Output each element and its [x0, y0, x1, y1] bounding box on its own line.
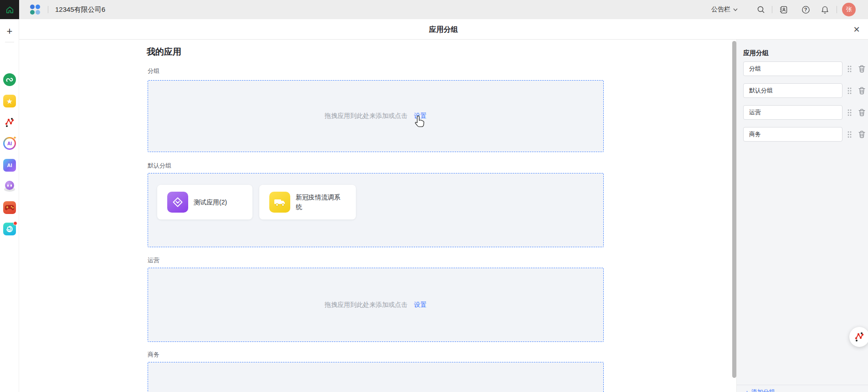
settings-link[interactable]: 设置	[414, 301, 427, 309]
app-card-label: 新冠疫情流调系统	[296, 185, 345, 219]
delete-group-icon[interactable]	[858, 109, 865, 116]
ai-badge-app-icon[interactable]: AI ✦	[3, 137, 16, 150]
group-name-input[interactable]	[743, 105, 842, 120]
group-label: 分组	[148, 67, 159, 75]
drag-handle-icon[interactable]	[847, 131, 852, 138]
divider	[737, 385, 868, 385]
dropzone-hint: 拖拽应用到此处来添加或点击	[325, 112, 408, 120]
vertical-scrollbar[interactable]	[732, 41, 736, 378]
chevron-down-icon	[733, 8, 738, 11]
robot-eye	[7, 184, 9, 187]
truck-app-icon	[269, 192, 290, 213]
ai-text: AI	[7, 163, 12, 168]
search-icon[interactable]	[755, 4, 766, 15]
add-group-button[interactable]: + 添加分组	[745, 388, 775, 392]
page-title: 我的应用	[147, 46, 181, 58]
group-name-input[interactable]	[743, 83, 842, 98]
logo-dot	[30, 5, 35, 9]
divider	[48, 6, 48, 13]
robot-eye	[10, 184, 12, 187]
address-book-icon[interactable]	[778, 4, 789, 15]
add-group-label: 添加分组	[751, 388, 775, 392]
network-app-icon[interactable]	[3, 116, 16, 129]
delete-group-icon[interactable]	[858, 131, 865, 138]
avatar[interactable]: 张	[842, 3, 856, 16]
game-app-icon[interactable]	[3, 201, 16, 214]
robot-app-icon[interactable]	[3, 180, 16, 193]
close-icon[interactable]: ✕	[851, 24, 863, 36]
divider	[5, 42, 14, 42]
sparkle-glyph: ✦	[13, 135, 17, 140]
workbench-logo[interactable]	[30, 5, 40, 15]
panel-title: 应用分组	[743, 49, 769, 57]
loop-app-icon[interactable]	[3, 73, 16, 86]
dropzone-group-2[interactable]: 测试应用(2) 新冠疫情流调系统	[148, 173, 604, 247]
network-floating-button[interactable]	[849, 327, 868, 347]
notification-badge	[13, 221, 17, 225]
dropzone-group-3[interactable]: 拖拽应用到此处来添加或点击 设置	[148, 268, 604, 342]
topbar: 12345有限公司6 公告栏 ?	[0, 0, 868, 19]
group-row	[737, 61, 868, 76]
drag-handle-icon[interactable]	[847, 109, 852, 116]
plus-icon: +	[745, 388, 749, 392]
drag-handle-icon[interactable]	[847, 87, 852, 94]
settings-link[interactable]: 设置	[414, 112, 427, 120]
modal-header: 应用分组 ✕	[19, 19, 868, 40]
dropzone-group-4[interactable]	[148, 362, 604, 392]
group-row	[737, 83, 868, 98]
chat-app-icon[interactable]	[3, 223, 16, 235]
group-label: 默认分组	[148, 162, 171, 170]
company-name[interactable]: 12345有限公司6	[55, 0, 105, 19]
help-glyph: ?	[804, 7, 807, 12]
app-rail: + ★ AI ✦ AI	[0, 19, 19, 392]
logo-dot	[36, 5, 40, 9]
robot-head	[5, 181, 14, 190]
group-row	[737, 127, 868, 142]
group-label: 商务	[148, 351, 159, 359]
group-name-input[interactable]	[743, 127, 842, 142]
logo-dot	[30, 10, 35, 15]
star-glyph: ★	[6, 97, 13, 106]
divider	[772, 6, 772, 13]
app-card-label: 测试应用(2)	[194, 185, 247, 219]
modal-title: 应用分组	[19, 19, 868, 40]
page: 12345有限公司6 公告栏 ?	[0, 0, 868, 392]
ai-ring: AI ✦	[3, 137, 16, 150]
network-icon	[854, 331, 865, 342]
group-row	[737, 105, 868, 120]
help-icon[interactable]: ?	[800, 4, 811, 15]
drag-handle-icon[interactable]	[847, 66, 852, 72]
main-content: 我的应用 分组 拖拽应用到此处来添加或点击 设置 默认分组 测试应用(2)	[19, 40, 732, 392]
logo-dot	[36, 10, 40, 15]
group-name-input[interactable]	[743, 61, 842, 76]
home-icon	[5, 5, 14, 14]
ai-text: AI	[7, 141, 12, 146]
dropzone-hint: 拖拽应用到此处来添加或点击	[325, 301, 408, 309]
home-button[interactable]	[0, 0, 19, 19]
group-label: 运营	[148, 256, 159, 265]
dropzone-group-1[interactable]: 拖拽应用到此处来添加或点击 设置	[148, 80, 604, 152]
add-app-button[interactable]: +	[0, 25, 19, 38]
divider	[837, 6, 837, 13]
diamond-app-icon	[167, 192, 188, 213]
delete-group-icon[interactable]	[858, 87, 865, 94]
bell-icon[interactable]	[819, 4, 830, 15]
app-card-covid[interactable]: 新冠疫情流调系统	[259, 185, 356, 219]
delete-group-icon[interactable]	[858, 65, 865, 72]
ai-app-icon[interactable]: AI	[3, 159, 16, 172]
group-edit-panel: 应用分组	[736, 40, 868, 392]
announcement-dropdown[interactable]: 公告栏	[711, 0, 738, 19]
announcement-label: 公告栏	[711, 5, 730, 14]
app-card-test[interactable]: 测试应用(2)	[157, 185, 252, 219]
star-app-icon[interactable]: ★	[3, 95, 16, 107]
